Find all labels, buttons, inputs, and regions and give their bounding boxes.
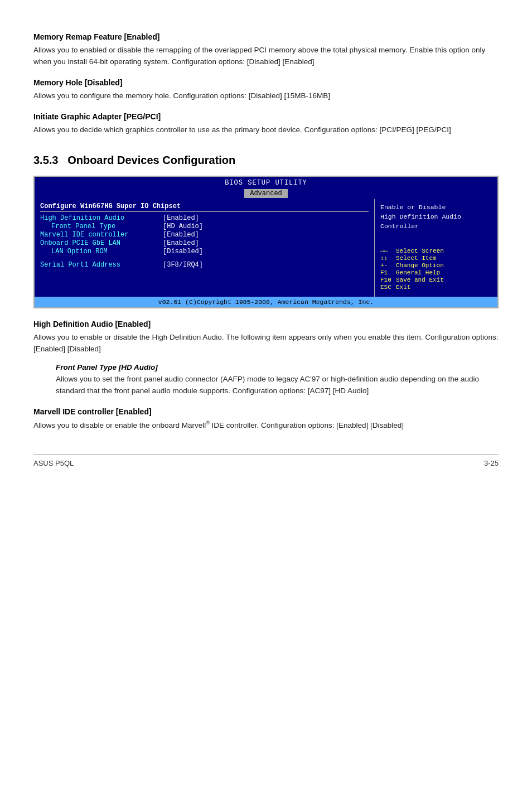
- bios-key-sym-option: +-: [380, 262, 396, 269]
- memory-remap-title: Memory Remap Feature [Enabled]: [33, 32, 499, 41]
- chapter-heading: 3.5.3 Onboard Devices Configuration: [33, 154, 499, 167]
- bios-key-help: F1 General Help: [380, 269, 492, 276]
- front-panel-type-heading: Front Panel Type [HD Audio]: [33, 363, 499, 371]
- bios-value-marvell: [Enabled]: [163, 231, 199, 239]
- bios-key-sym-save: F10: [380, 277, 396, 283]
- footer-left: ASUS P5QL: [33, 459, 74, 467]
- bios-key-item: ↕↕ Select Item: [380, 255, 492, 262]
- chapter-title: Onboard Devices Configuration: [67, 154, 235, 166]
- bios-key-label-screen: Select Screen: [396, 248, 444, 254]
- bios-key-label-help: General Help: [396, 269, 440, 276]
- hd-audio-section: High Definition Audio [Enabled] Allows y…: [33, 320, 499, 397]
- bios-value-hda: [Enabled]: [163, 214, 199, 222]
- bios-screenshot: BIOS SETUP UTILITY Advanced Configure Wi…: [33, 176, 499, 309]
- marvell-ide-title: Marvell IDE controller [Enabled]: [33, 407, 499, 416]
- bios-help-text: Enable or Disable High Definition Audio …: [380, 202, 492, 231]
- page-footer: ASUS P5QL 3-25: [33, 454, 499, 467]
- bios-key-sym-help: F1: [380, 269, 396, 276]
- bios-content-area: Configure Win667HG Super IO Chipset High…: [35, 199, 497, 297]
- bios-label-marvell: Marvell IDE controller: [40, 231, 163, 239]
- initiate-graphic-title: Initiate Graphic Adapter [PEG/PCI]: [33, 112, 499, 121]
- bios-key-sym-exit: ESC: [380, 284, 396, 291]
- chapter-number: 3.5.3: [33, 154, 58, 166]
- bios-row-fpt: Front Panel Type [HD Audio]: [40, 223, 369, 230]
- memory-hole-body: Allows you to configure the memory hole.…: [33, 90, 499, 102]
- bios-key-label-exit: Exit: [396, 284, 410, 291]
- memory-remap-section: Memory Remap Feature [Enabled] Allows yo…: [33, 32, 499, 68]
- bios-left-panel: Configure Win667HG Super IO Chipset High…: [35, 199, 375, 297]
- bios-tab-advanced[interactable]: Advanced: [244, 189, 288, 198]
- bios-row-lan-rom: LAN Option ROM [Disabled]: [40, 248, 369, 255]
- marvell-ide-section: Marvell IDE controller [Enabled] Allows …: [33, 407, 499, 431]
- bios-value-lan-rom: [Disabled]: [163, 248, 203, 255]
- initiate-graphic-body: Allows you to decide which graphics cont…: [33, 124, 499, 136]
- bios-row-hda: High Definition Audio [Enabled]: [40, 214, 369, 222]
- hd-audio-title: High Definition Audio [Enabled]: [33, 320, 499, 328]
- bios-key-option: +- Change Option: [380, 262, 492, 269]
- bios-value-lan: [Enabled]: [163, 239, 199, 247]
- bios-keys-panel: ↔↔ Select Screen ↕↕ Select Item +- Chang…: [380, 248, 492, 291]
- bios-label-lan-rom: LAN Option ROM: [40, 248, 163, 255]
- memory-hole-title: Memory Hole [Disabled]: [33, 78, 499, 87]
- bios-key-screen: ↔↔ Select Screen: [380, 248, 492, 254]
- bios-row-lan: Onboard PCIE GbE LAN [Enabled]: [40, 239, 369, 247]
- marvell-ide-body: Allows you to disable or enable the onbo…: [33, 419, 499, 431]
- bios-key-sym-item: ↕↕: [380, 255, 396, 262]
- hd-audio-body: Allows you to enable or disable the High…: [33, 332, 499, 355]
- initiate-graphic-section: Initiate Graphic Adapter [PEG/PCI] Allow…: [33, 112, 499, 136]
- bios-title: BIOS SETUP UTILITY: [35, 177, 497, 188]
- bios-row-marvell: Marvell IDE controller [Enabled]: [40, 231, 369, 239]
- bios-key-label-option: Change Option: [396, 262, 444, 269]
- bios-label-hda: High Definition Audio: [40, 214, 163, 222]
- bios-footer: v02.61 (C)Copyright 1985-2008, American …: [35, 297, 497, 307]
- bios-value-fpt: [HD Audio]: [163, 223, 203, 230]
- bios-row-serial: Serial Port1 Address [3F8/IRQ4]: [40, 261, 369, 269]
- bios-key-label-save: Save and Exit: [396, 277, 444, 283]
- bios-tab-bar: Advanced: [35, 188, 497, 199]
- bios-section-header: Configure Win667HG Super IO Chipset: [40, 202, 369, 212]
- bios-label-fpt: Front Panel Type: [40, 223, 163, 230]
- footer-right: 3-25: [484, 459, 499, 467]
- bios-label-lan: Onboard PCIE GbE LAN: [40, 239, 163, 247]
- memory-remap-body: Allows you to enabled or disable the rem…: [33, 45, 499, 68]
- bios-right-panel: Enable or Disable High Definition Audio …: [375, 199, 497, 297]
- bios-value-serial: [3F8/IRQ4]: [163, 261, 203, 269]
- bios-key-save: F10 Save and Exit: [380, 277, 492, 283]
- bios-key-exit: ESC Exit: [380, 284, 492, 291]
- bios-key-label-item: Select Item: [396, 255, 437, 262]
- memory-hole-section: Memory Hole [Disabled] Allows you to con…: [33, 78, 499, 102]
- front-panel-type-body: Allows you to set the front panel audio …: [33, 374, 499, 397]
- bios-key-sym-screen: ↔↔: [380, 248, 396, 254]
- bios-label-serial: Serial Port1 Address: [40, 261, 163, 269]
